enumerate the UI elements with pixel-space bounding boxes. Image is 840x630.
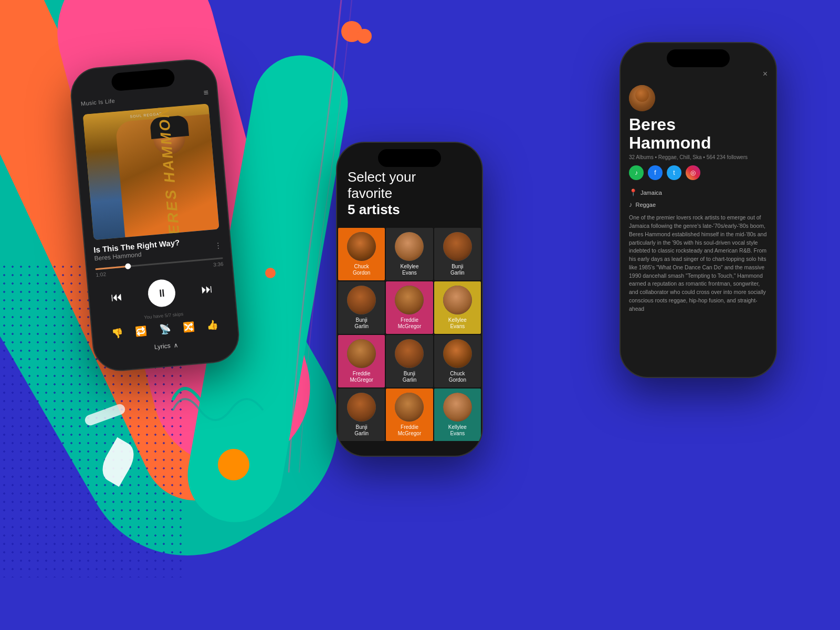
artist-avatar-freddie-1 [395, 286, 424, 314]
genre-text: Reggae [636, 202, 656, 208]
artist-cell-bunji-1[interactable]: BunjiGarlin [434, 228, 481, 280]
location-text: Jamaica [640, 190, 662, 196]
music-app-title: Music Is Life [80, 98, 115, 107]
artists-grid: ChuckGordon KellyleeEvans BunjiGarlin B [337, 228, 482, 441]
artist-avatar-bunji-3 [395, 339, 424, 368]
phone-1-screen: Music Is Life ≡ SOUL REGGAE BERES HAMMON… [69, 58, 240, 372]
artist-avatar-chuck-2 [443, 339, 472, 368]
instagram-button[interactable]: ◎ [686, 165, 700, 180]
location-row: 📍 Jamaica [621, 186, 776, 198]
prev-button[interactable]: ⏮ [110, 290, 123, 304]
artist-cell-kellylee-1[interactable]: KellyleeEvans [386, 228, 433, 280]
profile-artist-row [621, 85, 776, 116]
phone-3-screen: × BeresHammond 32 Albums • Reggae, Chill… [621, 43, 776, 377]
profile-avatar [629, 85, 655, 111]
artist-avatar-kellylee-3 [443, 393, 472, 422]
artist-name-bunji-4: BunjiGarlin [352, 422, 371, 441]
artist-avatar-kellylee-2 [443, 286, 472, 314]
artist-cell-chuck-gordon-1[interactable]: ChuckGordon [338, 228, 385, 280]
facebook-icon: f [654, 169, 656, 176]
instagram-icon: ◎ [690, 169, 696, 176]
artist-cell-bunji-4[interactable]: BunjiGarlin [338, 388, 385, 441]
playback-controls: ⏮ ⏸ ⏭ [97, 274, 227, 312]
spotify-icon: ♪ [635, 169, 638, 176]
artist-cell-bunji-2[interactable]: BunjiGarlin [338, 281, 385, 334]
artist-avatar-bunji-2 [347, 286, 376, 314]
artist-avatar-chuck-1 [347, 232, 376, 261]
artist-cell-freddie-3[interactable]: FreddieMcGregor [386, 388, 433, 441]
artist-name-kellylee-1: KellyleeEvans [398, 261, 421, 280]
location-pin-icon: 📍 [629, 188, 637, 196]
artist-meta: 32 Albums • Reggae, Chill, Ska • 564 234… [621, 154, 776, 165]
artist-name-bunji-2: BunjiGarlin [352, 315, 371, 334]
artist-cell-freddie-2[interactable]: FreddieMcGregor [338, 335, 385, 387]
artist-bio: One of the premier lovers rock artists t… [621, 214, 776, 313]
time-total: 3:36 [213, 261, 224, 268]
like-icon[interactable]: 👍 [206, 319, 219, 331]
artist-profile-name: BeresHammond [621, 116, 776, 154]
repeat-icon[interactable]: 🔁 [135, 325, 148, 338]
artist-name-kellylee-3: KellyleeEvans [446, 422, 469, 441]
time-current: 1:02 [96, 271, 106, 278]
artist-cell-chuck-gordon-2[interactable]: ChuckGordon [434, 335, 481, 387]
artist-avatar-bunji-4 [347, 393, 376, 422]
lyrics-section[interactable]: Lyrics ∧ [102, 337, 230, 355]
social-links: ♪ f t ◎ [621, 165, 776, 186]
phone-artist-profile: × BeresHammond 32 Albums • Reggae, Chill… [620, 42, 777, 378]
artist-avatar-kellylee-1 [395, 232, 424, 261]
twitter-icon: t [673, 169, 675, 176]
close-button[interactable]: × [763, 69, 768, 79]
music-info-section: Is This The Right Way? Beres Hammond ⋮ 1… [85, 234, 239, 356]
twitter-button[interactable]: t [667, 165, 681, 180]
airplay-icon[interactable]: 📡 [159, 323, 171, 335]
select-count: 5 artists [348, 202, 400, 217]
artist-cell-bunji-3[interactable]: BunjiGarlin [386, 335, 433, 387]
pause-button[interactable]: ⏸ [147, 278, 176, 308]
music-note-icon: ♪ [629, 201, 633, 208]
artist-name-bunji-1: BunjiGarlin [448, 261, 467, 280]
album-art: SOUL REGGAE BERES HAMMOND [83, 103, 219, 240]
phone-3-notch [667, 49, 730, 67]
artist-cell-kellylee-2[interactable]: KellyleeEvans [434, 281, 481, 334]
more-options-icon[interactable]: ⋮ [214, 241, 222, 250]
spotify-button[interactable]: ♪ [629, 165, 644, 180]
dislike-icon[interactable]: 👎 [111, 327, 123, 340]
artist-avatar-freddie-2 [347, 339, 376, 368]
facebook-button[interactable]: f [648, 165, 663, 180]
artist-name-chuck-1: ChuckGordon [351, 261, 372, 280]
menu-icon[interactable]: ≡ [203, 88, 209, 98]
lyrics-chevron-up-icon: ∧ [173, 341, 178, 349]
phone-music-player: Music Is Life ≡ SOUL REGGAE BERES HAMMON… [68, 57, 241, 373]
select-title: Select yourfavorite5 artists [348, 169, 471, 218]
phone-2-notch [378, 149, 441, 167]
artist-name-freddie-3: FreddieMcGregor [396, 422, 423, 441]
artist-name-freddie-2: FreddieMcGregor [348, 369, 375, 387]
artist-name-chuck-2: ChuckGordon [447, 369, 468, 387]
phone-2-screen: Select yourfavorite5 artists ChuckGordon… [337, 143, 482, 456]
artist-name-freddie-1: FreddieMcGregor [396, 315, 423, 334]
artist-avatar-bunji-1 [443, 232, 472, 261]
artist-cell-freddie-1[interactable]: FreddieMcGregor [386, 281, 433, 334]
artist-avatar-freddie-3 [395, 393, 424, 422]
next-button[interactable]: ⏭ [201, 282, 213, 297]
lyrics-label: Lyrics [154, 342, 171, 351]
artist-cell-kellylee-3[interactable]: KellyleeEvans [434, 388, 481, 441]
phone-artist-select: Select yourfavorite5 artists ChuckGordon… [336, 142, 483, 457]
artist-name-kellylee-2: KellyleeEvans [446, 315, 469, 334]
genre-row: ♪ Reggae [621, 198, 776, 214]
shuffle-icon[interactable]: 🔀 [182, 321, 195, 333]
artist-name-bunji-3: BunjiGarlin [401, 369, 419, 387]
